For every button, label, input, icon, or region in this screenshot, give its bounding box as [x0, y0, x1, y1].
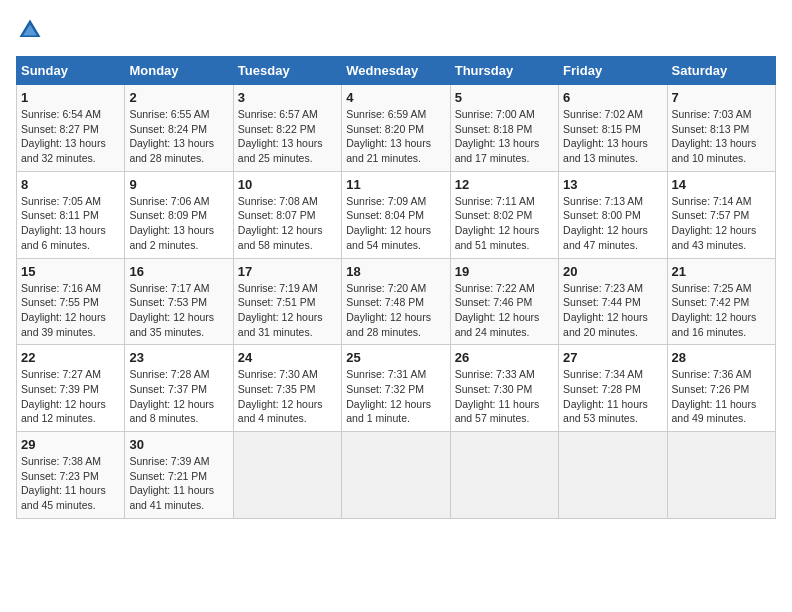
- calendar-cell: 3Sunrise: 6:57 AM Sunset: 8:22 PM Daylig…: [233, 85, 341, 172]
- day-number: 25: [346, 350, 445, 365]
- calendar-cell: 13Sunrise: 7:13 AM Sunset: 8:00 PM Dayli…: [559, 171, 667, 258]
- calendar-cell: 27Sunrise: 7:34 AM Sunset: 7:28 PM Dayli…: [559, 345, 667, 432]
- calendar-cell: [559, 432, 667, 519]
- calendar-cell: 24Sunrise: 7:30 AM Sunset: 7:35 PM Dayli…: [233, 345, 341, 432]
- header-tuesday: Tuesday: [233, 57, 341, 85]
- day-number: 24: [238, 350, 337, 365]
- day-number: 28: [672, 350, 771, 365]
- header-friday: Friday: [559, 57, 667, 85]
- header-monday: Monday: [125, 57, 233, 85]
- calendar-cell: 6Sunrise: 7:02 AM Sunset: 8:15 PM Daylig…: [559, 85, 667, 172]
- day-number: 27: [563, 350, 662, 365]
- day-number: 14: [672, 177, 771, 192]
- day-number: 9: [129, 177, 228, 192]
- day-number: 5: [455, 90, 554, 105]
- day-number: 30: [129, 437, 228, 452]
- calendar-cell: 12Sunrise: 7:11 AM Sunset: 8:02 PM Dayli…: [450, 171, 558, 258]
- day-info: Sunrise: 7:22 AM Sunset: 7:46 PM Dayligh…: [455, 281, 554, 340]
- page-header: [16, 16, 776, 44]
- day-number: 20: [563, 264, 662, 279]
- calendar-cell: 4Sunrise: 6:59 AM Sunset: 8:20 PM Daylig…: [342, 85, 450, 172]
- calendar-cell: 8Sunrise: 7:05 AM Sunset: 8:11 PM Daylig…: [17, 171, 125, 258]
- calendar-cell: [233, 432, 341, 519]
- day-info: Sunrise: 7:19 AM Sunset: 7:51 PM Dayligh…: [238, 281, 337, 340]
- calendar-cell: 23Sunrise: 7:28 AM Sunset: 7:37 PM Dayli…: [125, 345, 233, 432]
- day-number: 15: [21, 264, 120, 279]
- calendar-cell: 16Sunrise: 7:17 AM Sunset: 7:53 PM Dayli…: [125, 258, 233, 345]
- day-info: Sunrise: 7:23 AM Sunset: 7:44 PM Dayligh…: [563, 281, 662, 340]
- logo-icon: [16, 16, 44, 44]
- day-info: Sunrise: 7:31 AM Sunset: 7:32 PM Dayligh…: [346, 367, 445, 426]
- day-info: Sunrise: 7:02 AM Sunset: 8:15 PM Dayligh…: [563, 107, 662, 166]
- day-info: Sunrise: 7:39 AM Sunset: 7:21 PM Dayligh…: [129, 454, 228, 513]
- day-info: Sunrise: 7:00 AM Sunset: 8:18 PM Dayligh…: [455, 107, 554, 166]
- calendar-cell: 14Sunrise: 7:14 AM Sunset: 7:57 PM Dayli…: [667, 171, 775, 258]
- day-info: Sunrise: 7:28 AM Sunset: 7:37 PM Dayligh…: [129, 367, 228, 426]
- calendar-week-5: 29Sunrise: 7:38 AM Sunset: 7:23 PM Dayli…: [17, 432, 776, 519]
- day-info: Sunrise: 7:34 AM Sunset: 7:28 PM Dayligh…: [563, 367, 662, 426]
- calendar-cell: 11Sunrise: 7:09 AM Sunset: 8:04 PM Dayli…: [342, 171, 450, 258]
- day-number: 7: [672, 90, 771, 105]
- calendar-week-1: 1Sunrise: 6:54 AM Sunset: 8:27 PM Daylig…: [17, 85, 776, 172]
- day-info: Sunrise: 6:59 AM Sunset: 8:20 PM Dayligh…: [346, 107, 445, 166]
- day-info: Sunrise: 7:08 AM Sunset: 8:07 PM Dayligh…: [238, 194, 337, 253]
- day-info: Sunrise: 7:13 AM Sunset: 8:00 PM Dayligh…: [563, 194, 662, 253]
- calendar-cell: [450, 432, 558, 519]
- day-info: Sunrise: 7:27 AM Sunset: 7:39 PM Dayligh…: [21, 367, 120, 426]
- calendar-week-2: 8Sunrise: 7:05 AM Sunset: 8:11 PM Daylig…: [17, 171, 776, 258]
- day-number: 29: [21, 437, 120, 452]
- calendar-cell: 15Sunrise: 7:16 AM Sunset: 7:55 PM Dayli…: [17, 258, 125, 345]
- logo: [16, 16, 48, 44]
- day-info: Sunrise: 6:57 AM Sunset: 8:22 PM Dayligh…: [238, 107, 337, 166]
- header-wednesday: Wednesday: [342, 57, 450, 85]
- calendar-cell: 7Sunrise: 7:03 AM Sunset: 8:13 PM Daylig…: [667, 85, 775, 172]
- day-info: Sunrise: 7:09 AM Sunset: 8:04 PM Dayligh…: [346, 194, 445, 253]
- calendar-cell: 1Sunrise: 6:54 AM Sunset: 8:27 PM Daylig…: [17, 85, 125, 172]
- calendar-cell: 19Sunrise: 7:22 AM Sunset: 7:46 PM Dayli…: [450, 258, 558, 345]
- header-sunday: Sunday: [17, 57, 125, 85]
- day-number: 10: [238, 177, 337, 192]
- day-number: 13: [563, 177, 662, 192]
- day-number: 19: [455, 264, 554, 279]
- day-info: Sunrise: 7:06 AM Sunset: 8:09 PM Dayligh…: [129, 194, 228, 253]
- day-number: 23: [129, 350, 228, 365]
- day-number: 18: [346, 264, 445, 279]
- calendar-cell: 30Sunrise: 7:39 AM Sunset: 7:21 PM Dayli…: [125, 432, 233, 519]
- day-number: 16: [129, 264, 228, 279]
- calendar-cell: 20Sunrise: 7:23 AM Sunset: 7:44 PM Dayli…: [559, 258, 667, 345]
- calendar-cell: 17Sunrise: 7:19 AM Sunset: 7:51 PM Dayli…: [233, 258, 341, 345]
- calendar-cell: 2Sunrise: 6:55 AM Sunset: 8:24 PM Daylig…: [125, 85, 233, 172]
- calendar-week-3: 15Sunrise: 7:16 AM Sunset: 7:55 PM Dayli…: [17, 258, 776, 345]
- header-thursday: Thursday: [450, 57, 558, 85]
- day-number: 26: [455, 350, 554, 365]
- calendar-week-4: 22Sunrise: 7:27 AM Sunset: 7:39 PM Dayli…: [17, 345, 776, 432]
- day-info: Sunrise: 7:38 AM Sunset: 7:23 PM Dayligh…: [21, 454, 120, 513]
- day-info: Sunrise: 7:33 AM Sunset: 7:30 PM Dayligh…: [455, 367, 554, 426]
- day-info: Sunrise: 7:16 AM Sunset: 7:55 PM Dayligh…: [21, 281, 120, 340]
- day-info: Sunrise: 6:54 AM Sunset: 8:27 PM Dayligh…: [21, 107, 120, 166]
- calendar-cell: 5Sunrise: 7:00 AM Sunset: 8:18 PM Daylig…: [450, 85, 558, 172]
- day-number: 21: [672, 264, 771, 279]
- day-info: Sunrise: 6:55 AM Sunset: 8:24 PM Dayligh…: [129, 107, 228, 166]
- calendar-header-row: SundayMondayTuesdayWednesdayThursdayFrid…: [17, 57, 776, 85]
- day-info: Sunrise: 7:14 AM Sunset: 7:57 PM Dayligh…: [672, 194, 771, 253]
- calendar-cell: 9Sunrise: 7:06 AM Sunset: 8:09 PM Daylig…: [125, 171, 233, 258]
- day-info: Sunrise: 7:36 AM Sunset: 7:26 PM Dayligh…: [672, 367, 771, 426]
- header-saturday: Saturday: [667, 57, 775, 85]
- day-info: Sunrise: 7:25 AM Sunset: 7:42 PM Dayligh…: [672, 281, 771, 340]
- day-number: 3: [238, 90, 337, 105]
- day-info: Sunrise: 7:30 AM Sunset: 7:35 PM Dayligh…: [238, 367, 337, 426]
- calendar-cell: 26Sunrise: 7:33 AM Sunset: 7:30 PM Dayli…: [450, 345, 558, 432]
- calendar-cell: 21Sunrise: 7:25 AM Sunset: 7:42 PM Dayli…: [667, 258, 775, 345]
- day-info: Sunrise: 7:17 AM Sunset: 7:53 PM Dayligh…: [129, 281, 228, 340]
- calendar-cell: 25Sunrise: 7:31 AM Sunset: 7:32 PM Dayli…: [342, 345, 450, 432]
- day-info: Sunrise: 7:11 AM Sunset: 8:02 PM Dayligh…: [455, 194, 554, 253]
- calendar-cell: 28Sunrise: 7:36 AM Sunset: 7:26 PM Dayli…: [667, 345, 775, 432]
- day-number: 8: [21, 177, 120, 192]
- day-info: Sunrise: 7:03 AM Sunset: 8:13 PM Dayligh…: [672, 107, 771, 166]
- calendar-cell: [342, 432, 450, 519]
- day-number: 6: [563, 90, 662, 105]
- day-number: 1: [21, 90, 120, 105]
- day-number: 2: [129, 90, 228, 105]
- calendar-cell: 22Sunrise: 7:27 AM Sunset: 7:39 PM Dayli…: [17, 345, 125, 432]
